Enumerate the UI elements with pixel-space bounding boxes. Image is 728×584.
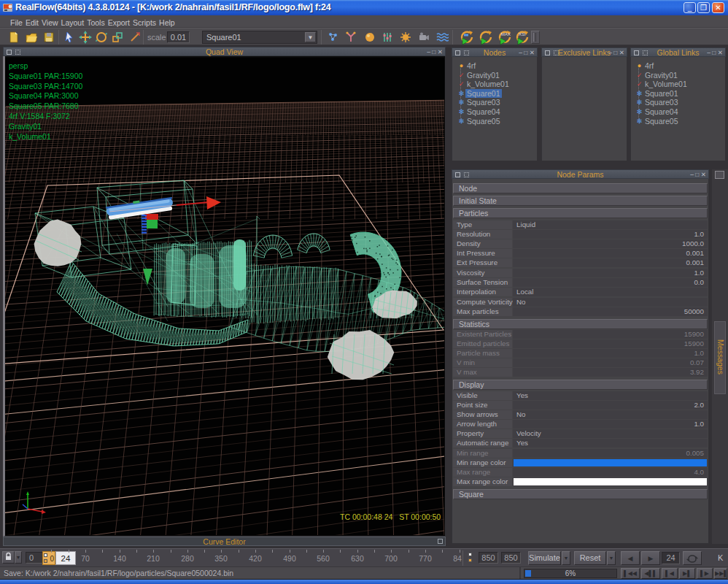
svg-text:Square01 PAR:15900: Square01 PAR:15900: [9, 72, 83, 80]
svg-text:XSI: XSI: [519, 32, 526, 36]
svg-text:Square05 PAR:7680: Square05 PAR:7680: [9, 101, 79, 110]
svg-text:persp: persp: [9, 61, 28, 70]
svg-text:Gravity01: Gravity01: [9, 122, 42, 131]
svg-text:MAX: MAX: [501, 32, 511, 36]
svg-text:Square03 PAR:14700: Square03 PAR:14700: [9, 82, 83, 91]
svg-text:k_Volume01: k_Volume01: [9, 132, 51, 141]
svg-text:TC 00:00:48 24 ST 00:00:50: TC 00:00:48 24 ST 00:00:50: [340, 512, 441, 521]
svg-text:4rf V:1584 F:3072: 4rf V:1584 F:3072: [9, 112, 70, 120]
svg-text:Square04 PAR:3000: Square04 PAR:3000: [9, 91, 79, 100]
